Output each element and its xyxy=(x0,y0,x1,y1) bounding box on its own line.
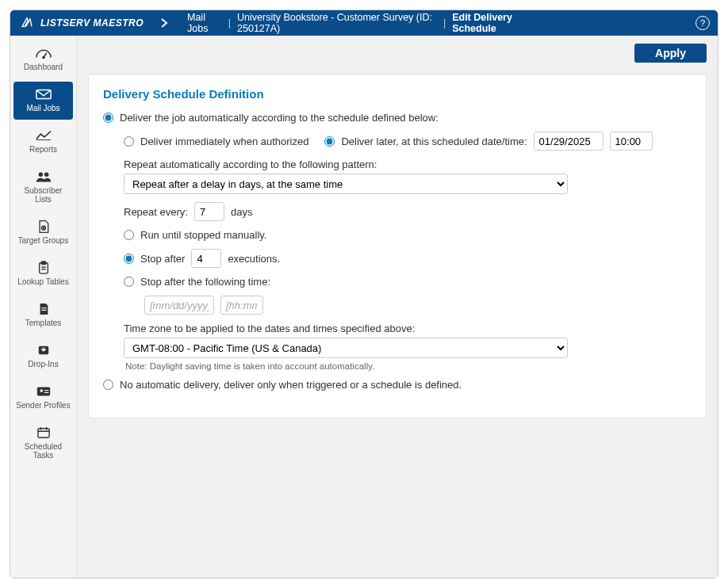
schedule-time-input[interactable] xyxy=(610,132,653,151)
brand-text: LISTSERV MAESTRO xyxy=(40,17,144,29)
sidebar: Dashboard Mail Jobs Reports xyxy=(10,36,77,578)
download-box-icon xyxy=(35,343,52,357)
id-card-icon xyxy=(35,384,52,399)
sidebar-item-dashboard[interactable]: Dashboard xyxy=(13,40,73,78)
sidebar-item-label: Drop-Ins xyxy=(28,360,58,368)
sidebar-item-mail-jobs[interactable]: Mail Jobs xyxy=(13,82,73,120)
svg-rect-18 xyxy=(37,429,48,438)
auto-subgroup: Deliver immediately when authorized Deli… xyxy=(124,132,692,371)
sidebar-item-label: Reports xyxy=(29,145,57,154)
timezone-label: Time zone to be applied to the dates and… xyxy=(124,323,415,334)
row-tz-label: Time zone to be applied to the dates and… xyxy=(124,323,692,334)
row-stop-after: Stop after executions. xyxy=(124,249,692,268)
schedule-panel: Delivery Schedule Definition Deliver the… xyxy=(88,74,707,418)
breadcrumb-separator: | xyxy=(227,17,232,29)
repeat-every-suffix: days xyxy=(231,206,252,218)
calendar-icon xyxy=(35,426,52,440)
stop-manual-radio[interactable] xyxy=(124,230,134,240)
sidebar-item-label: Sender Profiles xyxy=(16,401,70,410)
action-bar: Apply xyxy=(88,44,707,63)
row-repeat-every: Repeat every: days xyxy=(124,202,692,221)
svg-point-3 xyxy=(38,173,43,178)
stop-after-input[interactable] xyxy=(191,249,221,268)
panel-title: Delivery Schedule Definition xyxy=(103,87,692,101)
app-logo-icon xyxy=(18,15,36,29)
users-icon xyxy=(35,170,52,184)
stop-after-radio[interactable] xyxy=(124,254,134,264)
row-stop-time-inputs xyxy=(144,296,692,315)
svg-rect-12 xyxy=(41,310,46,311)
svg-rect-8 xyxy=(41,262,45,265)
sidebar-item-label: Target Groups xyxy=(18,236,68,245)
stop-manual-label: Run until stopped manually. xyxy=(140,229,266,241)
stop-after-suffix: executions. xyxy=(228,253,280,265)
sidebar-item-sender-profiles[interactable]: Sender Profiles xyxy=(13,379,73,417)
deliver-immediate-radio[interactable] xyxy=(124,136,134,147)
sidebar-item-label: Mail Jobs xyxy=(26,104,59,113)
svg-rect-16 xyxy=(44,390,48,391)
sidebar-item-lookup-tables[interactable]: Lookup Tables xyxy=(13,255,73,293)
no-auto-label: No automatic delivery, deliver only when… xyxy=(120,379,462,391)
stop-after-prefix: Stop after xyxy=(140,253,185,265)
sidebar-item-label: Subscriber Lists xyxy=(16,186,71,204)
row-stop-manual: Run until stopped manually. xyxy=(124,229,692,241)
row-deliver-auto: Deliver the job automatically according … xyxy=(103,112,692,124)
help-glyph: ? xyxy=(700,18,705,28)
svg-rect-17 xyxy=(44,392,48,393)
document-icon xyxy=(35,302,52,316)
stop-time-label: Stop after the following time: xyxy=(140,276,270,288)
sidebar-item-label: Scheduled Tasks xyxy=(16,442,71,460)
breadcrumb: Mail Jobs | University Bookstore - Custo… xyxy=(187,12,541,34)
breadcrumb-job[interactable]: University Bookstore - Customer Survey (… xyxy=(237,12,437,34)
sidebar-item-templates[interactable]: Templates xyxy=(13,296,73,334)
svg-point-1 xyxy=(42,56,44,58)
row-deliver-when: Deliver immediately when authorized Deli… xyxy=(124,132,692,151)
target-file-icon xyxy=(35,220,52,234)
svg-point-15 xyxy=(40,389,43,392)
deliver-auto-label: Deliver the job automatically according … xyxy=(120,112,439,124)
help-icon[interactable]: ? xyxy=(695,16,710,30)
repeat-every-input[interactable] xyxy=(194,202,224,221)
deliver-later-label: Deliver later, at this scheduled date/ti… xyxy=(341,136,527,147)
chevron-right-icon[interactable] xyxy=(156,18,172,28)
svg-point-4 xyxy=(44,173,48,178)
sidebar-item-drop-ins[interactable]: Drop-Ins xyxy=(13,338,73,376)
timezone-select[interactable]: GMT-08:00 - Pacific Time (US & Canada) xyxy=(124,338,568,358)
row-repeat-select: Repeat after a delay in days, at the sam… xyxy=(124,174,692,194)
chart-line-icon xyxy=(35,128,52,143)
row-repeat-label: Repeat automatically according to the fo… xyxy=(124,158,692,170)
sidebar-item-label: Lookup Tables xyxy=(17,277,68,286)
stop-time-radio[interactable] xyxy=(124,277,134,287)
sidebar-item-label: Dashboard xyxy=(24,63,63,71)
no-auto-radio[interactable] xyxy=(103,380,113,390)
repeat-pattern-select[interactable]: Repeat after a delay in days, at the sam… xyxy=(124,174,568,194)
row-stop-time: Stop after the following time: xyxy=(124,276,692,288)
repeat-pattern-label: Repeat automatically according to the fo… xyxy=(124,158,377,170)
apply-button[interactable]: Apply xyxy=(634,44,707,63)
app-frame: LISTSERV MAESTRO Mail Jobs | University … xyxy=(10,10,718,578)
row-tz-select: GMT-08:00 - Pacific Time (US & Canada) xyxy=(124,338,692,358)
sidebar-item-subscriber-lists[interactable]: Subscriber Lists xyxy=(13,164,73,211)
breadcrumb-separator: | xyxy=(442,17,447,29)
envelope-icon xyxy=(35,87,52,101)
breadcrumb-page: Edit Delivery Schedule xyxy=(452,12,541,34)
deliver-auto-radio[interactable] xyxy=(103,113,113,123)
topbar: LISTSERV MAESTRO Mail Jobs | University … xyxy=(10,10,718,36)
sidebar-item-label: Templates xyxy=(25,319,62,327)
svg-point-6 xyxy=(43,227,44,229)
svg-rect-11 xyxy=(41,307,46,308)
deliver-later-radio[interactable] xyxy=(324,136,335,147)
main-content: Apply Delivery Schedule Definition Deliv… xyxy=(77,36,718,578)
breadcrumb-section[interactable]: Mail Jobs xyxy=(187,12,222,34)
stop-date-input[interactable] xyxy=(144,296,214,315)
svg-rect-14 xyxy=(36,388,49,396)
schedule-date-input[interactable] xyxy=(534,132,603,151)
stop-time-input[interactable] xyxy=(220,296,263,315)
repeat-every-prefix: Repeat every: xyxy=(124,206,188,218)
gauge-icon xyxy=(35,46,52,60)
sidebar-item-scheduled-tasks[interactable]: Scheduled Tasks xyxy=(13,420,73,467)
sidebar-item-target-groups[interactable]: Target Groups xyxy=(13,214,73,252)
sidebar-item-reports[interactable]: Reports xyxy=(13,123,73,161)
row-no-auto: No automatic delivery, deliver only when… xyxy=(103,379,692,391)
deliver-immediate-label: Deliver immediately when authorized xyxy=(140,136,308,147)
